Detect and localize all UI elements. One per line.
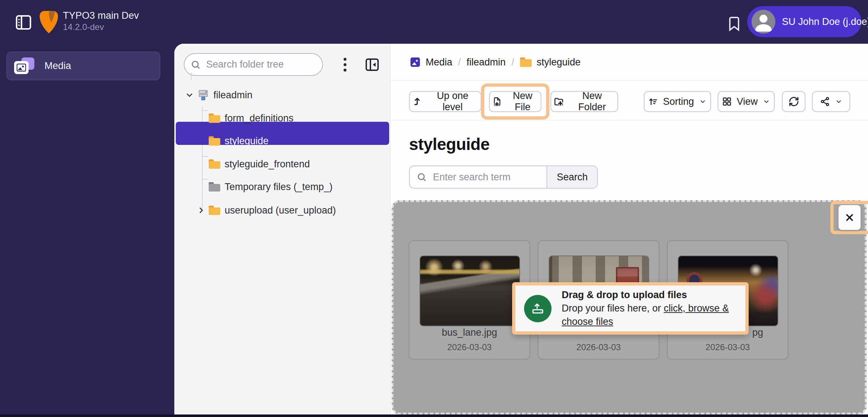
file-name: bus_lane.jpg xyxy=(409,327,529,338)
bottom-edge xyxy=(0,414,868,417)
upload-icon xyxy=(524,295,552,322)
upload-popover: Drag & drop to upload files Drop your fi… xyxy=(512,282,749,335)
chevron-down-icon[interactable] xyxy=(184,90,195,100)
user-menu-button[interactable]: SU John Doe (j.doe) xyxy=(747,6,861,37)
media-module-mini-icon xyxy=(410,57,421,68)
media-module-icon xyxy=(14,57,35,75)
new-folder-button[interactable]: New Folder xyxy=(550,91,618,112)
tree-item-label: styleguide_frontend xyxy=(225,159,310,170)
chevron-down-icon xyxy=(835,98,843,106)
folder-icon xyxy=(209,206,220,215)
grid-view-icon xyxy=(722,96,732,107)
tree-item-label: styleguide xyxy=(225,136,269,147)
product-info: TYPO3 main Dev 14.2.0-dev xyxy=(63,9,139,33)
breadcrumb-separator: / xyxy=(458,57,461,68)
tree-item-userupload[interactable]: userupload (user_upload) xyxy=(174,200,391,220)
file-name: pg xyxy=(752,327,763,338)
tree-item-form-definitions[interactable]: form_definitions xyxy=(174,108,391,128)
tree-item-label: userupload (user_upload) xyxy=(225,205,336,216)
file-search: Search xyxy=(409,165,598,189)
sidebar-item-media[interactable]: Media xyxy=(7,52,160,80)
breadcrumb-item-media[interactable]: Media xyxy=(410,57,452,68)
file-date: 2026-03-03 xyxy=(409,342,529,352)
kebab-icon xyxy=(343,57,347,73)
folder-icon xyxy=(209,113,220,123)
panel-left-icon xyxy=(13,13,30,32)
folder-tree-panel: fileadmin form_definitions styleguide xyxy=(174,44,391,415)
folder-icon xyxy=(520,57,532,67)
upload-popover-title: Drag & drop to upload files xyxy=(562,288,737,302)
bookmark-icon xyxy=(726,14,739,33)
view-dropdown-button[interactable]: View xyxy=(718,91,775,112)
sorting-dropdown-button[interactable]: Sorting xyxy=(644,91,711,112)
new-file-icon xyxy=(492,96,502,107)
file-date: 2026-03-03 xyxy=(539,342,659,352)
typo3-backend: TYPO3 main Dev 14.2.0-dev SU John Doe (j… xyxy=(0,0,868,417)
toolbar-divider xyxy=(391,120,868,120)
folder-icon xyxy=(209,136,220,146)
search-icon xyxy=(416,172,427,182)
share-dropdown-button[interactable] xyxy=(812,91,850,112)
storage-icon xyxy=(197,89,209,101)
tree-item-label: Temporary files (_temp_) xyxy=(225,181,333,193)
new-file-button[interactable]: New File xyxy=(489,91,541,112)
chevron-down-icon xyxy=(699,98,707,106)
folder-tree: fileadmin form_definitions styleguide xyxy=(174,80,390,415)
product-title: TYPO3 main Dev xyxy=(63,9,139,22)
close-dropzone-button[interactable] xyxy=(838,205,861,230)
tree-search-input[interactable] xyxy=(205,59,316,70)
header-divider xyxy=(391,80,868,81)
tree-item-fileadmin[interactable]: fileadmin xyxy=(174,85,391,105)
bookmark-button[interactable] xyxy=(723,14,741,33)
tree-item-label: fileadmin xyxy=(213,90,252,101)
panel-collapse-icon xyxy=(364,56,380,73)
close-icon xyxy=(844,212,855,223)
file-date: 2026-03-03 xyxy=(668,342,788,352)
tree-item-styleguide-frontend[interactable]: styleguide_frontend xyxy=(174,154,391,174)
content-area: Media / fileadmin / styleguide xyxy=(391,44,868,415)
level-up-icon xyxy=(412,96,422,107)
tree-options-button[interactable] xyxy=(338,55,352,75)
sort-icon xyxy=(648,96,658,107)
breadcrumb-separator: / xyxy=(511,57,514,68)
sidebar-item-label: Media xyxy=(44,60,71,72)
topbar: TYPO3 main Dev 14.2.0-dev SU John Doe (j… xyxy=(0,0,868,44)
product-version: 14.2.0-dev xyxy=(63,22,139,33)
refresh-icon xyxy=(788,96,799,107)
tree-item-temporary-files[interactable]: Temporary files (_temp_) xyxy=(174,177,391,197)
folder-gray-icon xyxy=(209,182,220,192)
tree-item-styleguide[interactable]: styleguide xyxy=(174,131,391,151)
upload-popover-text: Drag & drop to upload files Drop your fi… xyxy=(562,288,737,328)
breadcrumb: Media / fileadmin / styleguide xyxy=(410,52,580,72)
refresh-button[interactable] xyxy=(782,91,805,112)
breadcrumb-item-fileadmin[interactable]: fileadmin xyxy=(467,57,506,68)
tree-search xyxy=(184,53,323,76)
typo3-logo xyxy=(37,9,60,34)
chevron-right-icon[interactable] xyxy=(196,205,206,215)
file-search-input[interactable] xyxy=(432,171,540,183)
collapse-tree-button[interactable] xyxy=(363,56,381,73)
share-icon xyxy=(820,96,830,107)
tree-item-label: form_definitions xyxy=(225,113,294,124)
upload-popover-body: Drop your files here, or xyxy=(562,303,664,314)
new-folder-icon xyxy=(553,96,564,107)
breadcrumb-item-styleguide[interactable]: styleguide xyxy=(520,57,581,68)
page-title: styleguide xyxy=(409,133,490,155)
main-panel: fileadmin form_definitions styleguide xyxy=(174,44,868,415)
panel-toggle-button[interactable] xyxy=(11,12,32,32)
file-thumbnail xyxy=(420,255,520,326)
search-icon xyxy=(190,59,201,70)
user-name: SU John Doe (j.doe) xyxy=(782,16,868,27)
chevron-down-icon xyxy=(762,98,770,106)
module-sidebar: Media xyxy=(0,44,174,417)
avatar xyxy=(752,10,775,34)
search-button[interactable]: Search xyxy=(546,166,597,188)
up-one-level-button[interactable]: Up one level xyxy=(409,91,481,112)
folder-icon xyxy=(209,159,220,169)
